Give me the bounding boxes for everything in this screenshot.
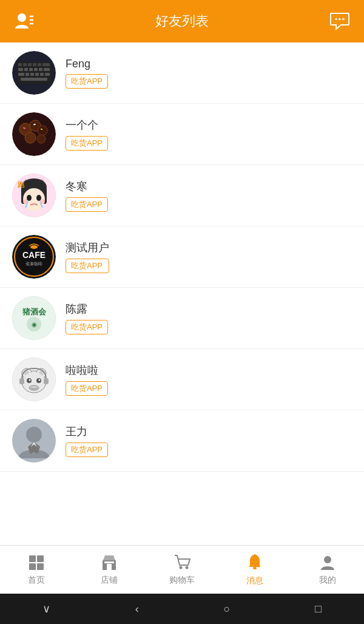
nav-home-label: 首页 [28, 575, 45, 586]
bottom-nav: 首页 店铺 购物车 [0, 545, 364, 594]
svg-point-32 [38, 126, 47, 135]
svg-rect-13 [38, 63, 41, 66]
svg-text:◉: ◉ [32, 321, 37, 328]
friend-info: 陈露 吃货APP [66, 302, 108, 334]
svg-point-75 [26, 427, 42, 443]
nav-home[interactable]: 首页 [18, 554, 55, 586]
sys-home-button[interactable]: ○ [224, 603, 231, 616]
friend-info: Feng 吃货APP [66, 58, 108, 89]
avatar: CAFE 雀巢咖啡 [12, 235, 56, 279]
svg-point-6 [342, 18, 345, 21]
app-badge: 吃货APP [66, 74, 108, 89]
svg-rect-82 [107, 564, 112, 570]
svg-rect-18 [34, 68, 38, 71]
avatar [12, 358, 56, 401]
svg-rect-11 [28, 63, 32, 66]
nav-mine[interactable]: 我的 [309, 554, 346, 586]
svg-rect-72 [44, 378, 49, 384]
svg-rect-24 [35, 73, 39, 76]
svg-rect-21 [18, 73, 24, 76]
friend-name: 陈露 [66, 302, 108, 316]
app-badge: 吃货APP [66, 259, 109, 273]
avatar [12, 51, 56, 95]
cart-icon [174, 554, 190, 572]
page-title: 好友列表 [36, 12, 328, 30]
nav-cart[interactable]: 购物车 [164, 554, 200, 586]
svg-rect-16 [24, 68, 28, 71]
friend-info: 冬寒 吃货APP [66, 179, 108, 212]
svg-point-69 [29, 379, 31, 381]
svg-text:猪酒会: 猪酒会 [22, 307, 47, 316]
friend-name: Feng [66, 58, 108, 70]
svg-text:跑: 跑 [18, 181, 25, 188]
svg-rect-77 [37, 555, 44, 562]
svg-rect-71 [19, 378, 24, 384]
svg-point-53 [30, 245, 38, 249]
list-item[interactable]: 啦啦啦 吃货APP [0, 349, 364, 410]
avatar [12, 112, 56, 156]
friend-name: 啦啦啦 [66, 363, 108, 378]
svg-text:CAFE: CAFE [22, 250, 46, 260]
list-item[interactable]: 一个个 吃货APP [0, 104, 364, 165]
friend-name: 冬寒 [66, 179, 108, 194]
sys-back-button[interactable]: ‹ [135, 603, 139, 616]
svg-point-46 [27, 195, 32, 201]
svg-rect-26 [45, 73, 50, 76]
avatar: 猪酒会 ◉ [12, 296, 56, 340]
svg-rect-27 [21, 78, 47, 81]
chat-icon[interactable] [328, 12, 352, 30]
svg-rect-79 [37, 563, 44, 570]
list-item[interactable]: 猪酒会 ◉ 陈露 吃货APP [0, 288, 364, 349]
svg-point-87 [324, 556, 331, 563]
svg-point-47 [36, 195, 41, 201]
list-item[interactable]: Feng 吃货APP [0, 42, 364, 104]
system-bar: ∨ ‹ ○ □ [0, 594, 364, 624]
svg-point-84 [186, 566, 189, 569]
home-icon [28, 554, 45, 572]
svg-text:雀巢咖啡: 雀巢咖啡 [25, 262, 42, 266]
header: 好友列表 [0, 0, 364, 42]
svg-rect-23 [30, 73, 34, 76]
list-item[interactable]: 王力 吃货APP [0, 410, 364, 472]
svg-rect-25 [40, 73, 44, 76]
svg-point-0 [18, 13, 26, 22]
svg-rect-12 [33, 63, 36, 66]
bell-icon [246, 554, 263, 573]
nav-cart-label: 购物车 [169, 575, 195, 586]
app-badge: 吃货APP [66, 197, 108, 212]
app-badge: 吃货APP [66, 443, 108, 457]
svg-point-5 [339, 18, 341, 21]
svg-rect-81 [104, 561, 114, 563]
svg-rect-15 [18, 68, 23, 71]
svg-point-4 [335, 18, 337, 21]
nav-shop[interactable]: 店铺 [91, 554, 127, 586]
sys-down-button[interactable]: ∨ [42, 602, 50, 616]
sys-recents-button[interactable]: □ [315, 603, 322, 616]
app-badge: 吃货APP [66, 320, 108, 334]
list-item[interactable]: 跑 冬寒 吃货APP [0, 165, 364, 226]
friend-name: 一个个 [66, 118, 108, 132]
svg-point-33 [25, 132, 36, 143]
svg-rect-10 [23, 63, 27, 66]
friend-list: Feng 吃货APP 一个个 吃货APP [0, 42, 364, 545]
nav-mine-label: 我的 [319, 575, 336, 586]
friend-info: 测试用户 吃货APP [66, 240, 109, 273]
mine-icon [319, 554, 336, 572]
avatar: 跑 [12, 174, 56, 217]
nav-message[interactable]: 消息 [237, 554, 273, 586]
svg-rect-19 [39, 68, 42, 71]
svg-rect-22 [25, 73, 29, 76]
svg-point-86 [254, 554, 256, 557]
app-badge: 吃货APP [66, 381, 108, 396]
svg-rect-76 [29, 555, 36, 562]
person-list-icon[interactable] [12, 13, 36, 30]
list-item[interactable]: CAFE 雀巢咖啡 测试用户 吃货APP [0, 226, 364, 288]
svg-point-70 [39, 379, 41, 381]
friend-info: 啦啦啦 吃货APP [66, 363, 108, 396]
svg-point-83 [180, 566, 183, 569]
friend-info: 王力 吃货APP [66, 424, 108, 457]
svg-rect-14 [42, 63, 50, 66]
svg-rect-17 [29, 68, 33, 71]
app-badge: 吃货APP [66, 136, 108, 151]
nav-shop-label: 店铺 [101, 575, 118, 586]
